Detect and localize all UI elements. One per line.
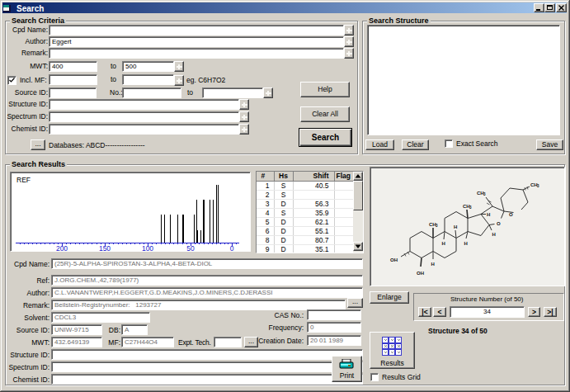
svg-text:3: 3 — [469, 205, 472, 210]
svg-text:0: 0 — [230, 244, 234, 251]
svg-text:H: H — [464, 241, 468, 246]
svg-text:150: 150 — [99, 244, 111, 251]
svg-text:H: H — [454, 224, 457, 229]
svg-text:H: H — [442, 241, 445, 246]
svg-text:200: 200 — [56, 244, 68, 251]
svg-text:H: H — [431, 262, 435, 267]
svg-text:OH: OH — [417, 271, 424, 276]
svg-text:H: H — [492, 232, 496, 237]
svg-text:50: 50 — [186, 244, 195, 251]
svg-text:3: 3 — [537, 184, 539, 188]
svg-text:100: 100 — [142, 244, 153, 251]
svg-text:3: 3 — [483, 192, 486, 196]
svg-text:OH: OH — [390, 257, 398, 262]
svg-text:O: O — [509, 212, 513, 217]
svg-text:3: 3 — [436, 224, 438, 228]
svg-text:O: O — [497, 221, 501, 226]
svg-text:H: H — [487, 212, 490, 217]
